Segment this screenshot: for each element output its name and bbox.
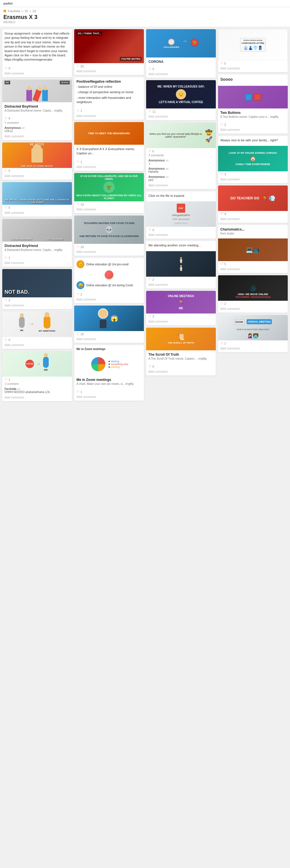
add-comment-btn[interactable]: Add comment <box>220 66 286 70</box>
ambitions-image: ME → MY AMBITIONS <box>2 312 72 337</box>
add-comment-btn[interactable]: Add comment <box>76 69 141 73</box>
heart-icon[interactable]: ♡ <box>149 228 151 231</box>
add-comment-btn[interactable]: Add comment <box>220 306 286 311</box>
heart-icon[interactable]: ♡ <box>76 203 79 206</box>
card-ambitions: ME → MY AMBITIONS ♡ 0 Add comment <box>2 312 72 349</box>
like-count: 19 <box>80 203 84 206</box>
add-comment-btn[interactable]: Add comment <box>76 207 141 212</box>
add-comment-btn[interactable]: Add comment <box>76 297 141 302</box>
heart-icon[interactable]: ♡ <box>149 67 151 71</box>
pdf-icon: PDF <box>177 204 185 213</box>
heart-icon[interactable]: ♡ <box>4 299 7 302</box>
label-me: ME <box>4 81 10 84</box>
card-charismatics: Charismatics... from Justin 💻📺 ♡ 5 Add c… <box>218 225 288 273</box>
heart-icon[interactable]: ♡ <box>76 109 79 113</box>
heart-icon[interactable]: ♡ <box>220 342 223 345</box>
like-count: 10 <box>80 245 84 249</box>
heart-icon[interactable]: ♡ <box>4 378 7 381</box>
heart-icon[interactable]: ♡ <box>76 160 79 164</box>
heart-icon[interactable]: ♡ <box>76 390 79 394</box>
add-comment-btn[interactable]: Add comment <box>220 127 286 132</box>
card-zoom-pie: Me in Zoom meetings ■ Waiting... ■ Somet… <box>74 345 144 401</box>
reflection-title: Positive/Negative reflection <box>76 80 141 84</box>
charismatics-image: 💻📺 <box>218 239 288 261</box>
board-title: Erasmus X 3 <box>3 14 287 21</box>
add-comment-btn[interactable]: Add comment <box>220 346 286 350</box>
heart-icon[interactable]: ♡ <box>4 256 7 260</box>
add-comment-btn[interactable]: Add comment <box>149 282 214 287</box>
label-ambitions: MY AMBITIONS <box>39 330 56 332</box>
add-comment-btn[interactable]: Add comment <box>4 174 70 178</box>
heart-icon[interactable]: ♡ <box>149 278 151 281</box>
add-comment-btn[interactable]: Add comment <box>149 232 214 237</box>
like-count: 3 <box>224 173 226 176</box>
add-comment-btn[interactable]: Add comment <box>76 395 141 399</box>
like-count: 9 <box>8 117 10 120</box>
add-comment-btn[interactable]: Add comment <box>149 114 214 119</box>
add-comment-btn[interactable]: Add comment <box>4 260 70 265</box>
add-comment-btn[interactable]: Add comment <box>4 210 70 215</box>
add-comment-btn[interactable]: Add comment <box>4 395 70 400</box>
covid-me-image: COVID → ME <box>2 351 72 377</box>
add-comment-btn[interactable]: Add comment <box>4 134 70 138</box>
add-comment-btn[interactable]: Add comment <box>220 267 286 271</box>
like-count: 1 <box>8 378 10 381</box>
obama-image: NOT BAD. <box>2 269 72 297</box>
heart-icon[interactable]: ♡ <box>149 315 151 318</box>
like-count: 1 <box>80 160 82 164</box>
om-top: ONLINE MEETINGS <box>168 294 194 298</box>
like-count: 2 <box>152 278 154 281</box>
house-corona-image: LOOK AT MY HOUSE DURING CORONA 🏠 FAMILY … <box>218 146 288 171</box>
heart-icon[interactable]: ♡ <box>76 245 79 249</box>
add-comment-btn[interactable]: Add comment <box>220 217 286 221</box>
comment-time: 3d <box>17 388 20 391</box>
heart-icon[interactable]: ♡ <box>220 262 223 266</box>
skeleton-bottom: AND RETURN TO FACE-TO-FACE CLASSROOMS <box>79 235 139 238</box>
heart-icon[interactable]: ♡ <box>220 212 223 216</box>
label-jeans: JEANS <box>60 81 70 84</box>
heart-icon[interactable]: ♡ <box>4 67 7 70</box>
add-comment-btn[interactable]: Add comment <box>4 343 70 347</box>
add-comment-btn[interactable]: Add comment <box>76 164 141 169</box>
add-comment-btn[interactable]: Add comment <box>220 177 286 182</box>
add-comment-btn[interactable]: Add comment <box>149 369 214 374</box>
heart-icon[interactable]: ♡ <box>4 338 7 342</box>
bullet3: - more interaction with housemates and n… <box>76 96 141 104</box>
card-distracted-bf-1: ME JEANS Distracted Boyfriend A Distract… <box>2 80 72 140</box>
add-comment-btn[interactable]: Add comment <box>4 71 70 75</box>
toy-story-image: When you find out your normal daily life… <box>146 123 216 148</box>
add-comment-btn[interactable]: Add comment <box>149 72 214 76</box>
heart-icon[interactable]: ♡ <box>4 169 7 173</box>
heart-icon[interactable]: ♡ <box>149 365 151 368</box>
heart-icon[interactable]: ♡ <box>4 206 7 210</box>
heart-icon[interactable]: ♡ <box>149 110 151 113</box>
heart-icon[interactable]: ♡ <box>220 61 223 65</box>
heart-icon[interactable]: ♡ <box>4 117 7 120</box>
comment-text: LOLLL <box>4 129 70 132</box>
heart-icon[interactable]: ♡ <box>149 149 151 153</box>
heart-icon[interactable]: ♡ <box>76 332 79 336</box>
skeleton-image: TEACHERS WAITING FOR COVID TO END 💀 AND … <box>74 216 144 244</box>
bullet1: - balance of f2f and online <box>76 85 141 89</box>
comment-row: Anonymous 3d LOLLL <box>4 126 70 133</box>
fire-bottom-text: ONE YEAR OF HOME-OFFICE. <box>21 165 53 167</box>
card-corporate: WORK FROM HOME CORPORATE ATTIRE 👔👗👕👖 ♡ 5… <box>218 29 288 72</box>
add-comment-btn[interactable]: Add comment <box>149 183 214 187</box>
card-not-bad: NOT BAD. ♡ 2 Add comment <box>2 269 72 309</box>
add-comment-btn[interactable]: Add comment <box>76 114 141 118</box>
zoom-pie-label: Me in Zoom meetings <box>76 347 105 350</box>
bullet2: - change of perspective working on home <box>76 90 141 94</box>
pdf-intro-text: Click on the file to expand. <box>149 194 214 198</box>
heart-icon[interactable]: ♡ <box>76 64 79 68</box>
heart-icon[interactable]: ♡ <box>76 292 79 296</box>
heart-icon[interactable]: ♡ <box>220 302 223 306</box>
card-subtitle: A Distracted Boyfriend meme. Captio... i… <box>4 109 70 112</box>
heart-icon[interactable]: ♡ <box>220 123 223 127</box>
add-comment-btn[interactable]: Add comment <box>76 249 141 254</box>
add-comment-btn[interactable]: Add comment <box>76 337 141 341</box>
collab-bottom: WAS COVID ABOUT COLLABORATING BY VIDEO A… <box>76 194 142 200</box>
add-comment-btn[interactable]: Add comment <box>4 303 70 308</box>
zoom-pie-subtitle: A chart. Make your own pie charts, d... … <box>76 382 141 385</box>
add-comment-btn[interactable]: Add comment <box>149 319 214 324</box>
heart-icon[interactable]: ♡ <box>220 173 223 176</box>
